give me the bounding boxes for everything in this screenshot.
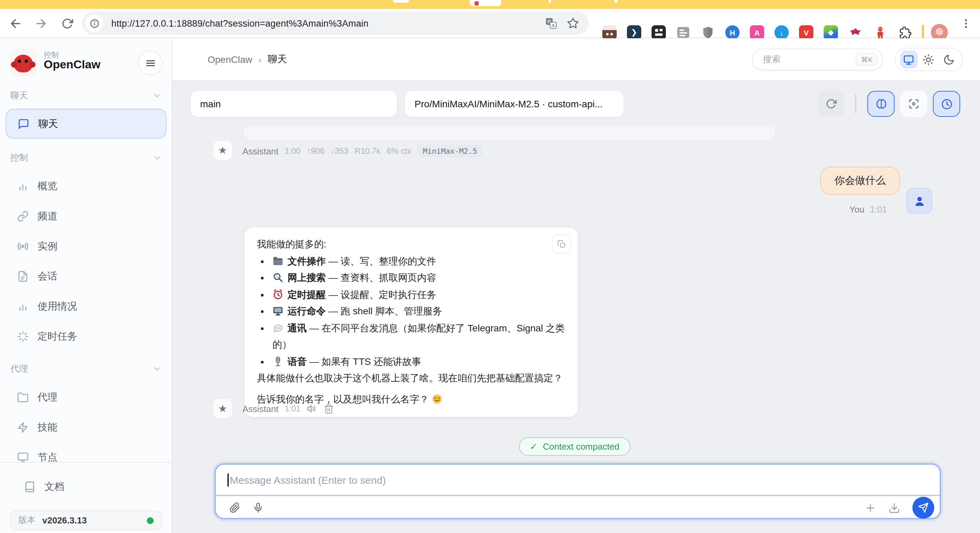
- model-select[interactable]: Pro/MiniMaxAI/MiniMax-M2.5 · custom-api.…: [405, 91, 624, 117]
- sidebar-section-0[interactable]: 聊天: [10, 89, 162, 102]
- sidebar-item-channels[interactable]: 频道: [5, 201, 167, 231]
- download-blue-extension-icon[interactable]: ↓: [775, 25, 789, 40]
- forward-icon[interactable]: [33, 15, 49, 32]
- tab-fragment: [393, 0, 409, 3]
- assistant-outro-1: 具体能做什么也取决于这个机器上装了啥。现在咱们先把基础配置搞定？: [257, 370, 565, 386]
- plus-icon[interactable]: [865, 502, 876, 514]
- sidebar-collapse-button[interactable]: [138, 51, 162, 75]
- book-icon: [24, 481, 35, 492]
- sidebar-item-sessions[interactable]: 会话: [5, 261, 167, 291]
- sidebar-section-1[interactable]: 控制: [10, 152, 162, 164]
- browser-menu-icon[interactable]: [958, 15, 974, 32]
- user-avatar: [906, 188, 932, 214]
- sidebar-item-skills[interactable]: 技能: [5, 412, 167, 442]
- diamond-extension-icon[interactable]: ◆: [824, 25, 838, 40]
- mask-extension-icon[interactable]: [602, 25, 617, 40]
- keyboard-extension-icon[interactable]: [652, 25, 666, 40]
- message-time: 1:00: [285, 146, 301, 156]
- address-bar[interactable]: http://127.0.0.1:18889/chat?session=agen…: [82, 12, 589, 35]
- chevron-down-icon: [152, 153, 162, 163]
- gray-shield-extension-icon[interactable]: [701, 25, 715, 40]
- url-text[interactable]: http://127.0.0.1:18889/chat?session=agen…: [111, 18, 545, 28]
- sidebar-item-overview[interactable]: 概览: [5, 171, 167, 201]
- site-info-icon[interactable]: [85, 14, 103, 32]
- clipped-previous-message: [244, 127, 775, 141]
- microphone-icon[interactable]: [253, 502, 264, 513]
- speech-emoji: [272, 322, 283, 333]
- trash-icon[interactable]: [324, 404, 334, 414]
- alarm-emoji: [272, 289, 283, 300]
- tokens-down: ↓353: [331, 146, 348, 156]
- navy-shield-extension-icon[interactable]: ❯: [627, 25, 641, 40]
- brain-icon[interactable]: [867, 91, 895, 117]
- assistant-author: Assistant: [242, 404, 278, 414]
- openclaw-logo: [10, 49, 37, 77]
- card-extension-icon[interactable]: [676, 25, 690, 40]
- browser-toolbar: http://127.0.0.1:18889/chat?session=agen…: [0, 9, 980, 38]
- version-value: v2026.3.13: [42, 515, 140, 525]
- broadcast-icon: [17, 240, 29, 252]
- attachment-icon[interactable]: [229, 502, 240, 513]
- model-select-value: Pro/MiniMaxAI/MiniMax-M2.5 · custom-api.…: [415, 98, 603, 109]
- sidebar-item-chat[interactable]: 聊天: [5, 109, 167, 139]
- sidebar-item-agents[interactable]: 代理: [5, 382, 167, 412]
- sidebar-item-docs[interactable]: 文档: [5, 471, 167, 501]
- sidebar-item-usage[interactable]: 使用情况: [5, 291, 167, 321]
- search-input[interactable]: 搜索 ⌘K: [752, 48, 883, 70]
- light-sun-icon[interactable]: [920, 51, 938, 68]
- page-header: OpenClaw › 聊天 搜索 ⌘K: [172, 38, 980, 81]
- bird-extension-icon[interactable]: [848, 25, 862, 40]
- red-figure-extension-icon[interactable]: [873, 25, 887, 40]
- zap-icon: [17, 421, 29, 433]
- sidebar-section-2[interactable]: 代理: [10, 363, 162, 375]
- download-icon[interactable]: [888, 502, 900, 514]
- check-icon: ✓: [530, 441, 538, 452]
- translate-icon[interactable]: GA: [545, 17, 557, 29]
- refresh-icon[interactable]: [818, 91, 845, 117]
- active-tab-fragment[interactable]: [470, 0, 501, 6]
- capability-item: 语音 — 如果有 TTS 还能讲故事: [271, 353, 565, 370]
- assistant-avatar: ★: [212, 140, 233, 161]
- copy-icon[interactable]: [552, 235, 571, 254]
- back-icon[interactable]: [7, 15, 23, 32]
- dark-moon-icon[interactable]: [940, 51, 958, 68]
- user-time: 1:01: [870, 204, 887, 215]
- user-author: You: [850, 204, 865, 215]
- sidebar: 控制 OpenClaw 聊天聊天控制概览频道实例会话使用情况定时任务代理代理技能…: [0, 38, 172, 533]
- user-message-text: 你会做什么: [835, 174, 886, 187]
- model-badge: MiniMax-M2.5: [417, 145, 482, 157]
- system-monitor-icon[interactable]: [900, 51, 918, 68]
- sidebar-item-nodes[interactable]: 节点: [5, 442, 167, 472]
- sidebar-item-instances[interactable]: 实例: [5, 231, 167, 261]
- h-circle-extension-icon[interactable]: H: [725, 25, 740, 40]
- monitor-emoji: [272, 305, 283, 316]
- assistant-intro: 我能做的挺多的:: [257, 236, 565, 252]
- session-name-value: main: [200, 98, 221, 109]
- theme-switcher: [895, 48, 963, 71]
- sidebar-item-cron[interactable]: 定时任务: [5, 321, 167, 351]
- file-icon: [17, 270, 29, 282]
- capability-item: 定时提醒 — 设提醒、定时执行任务: [271, 286, 565, 303]
- tab-fragment: [615, 0, 617, 3]
- bookmark-star-icon[interactable]: [567, 17, 579, 29]
- context-usage: 6% ctx: [387, 146, 411, 156]
- reload-icon[interactable]: [59, 15, 75, 32]
- speaker-icon[interactable]: [307, 403, 318, 414]
- search-emoji: [272, 272, 283, 283]
- extensions-puzzle-icon[interactable]: [897, 25, 912, 40]
- translate-pink-extension-icon[interactable]: A: [750, 25, 764, 40]
- session-name-input[interactable]: main: [191, 91, 397, 117]
- message-placeholder: Message Assistant (Enter to send): [230, 474, 386, 485]
- breadcrumb-root[interactable]: OpenClaw: [208, 54, 252, 65]
- history-clock-icon[interactable]: [933, 91, 960, 117]
- assistant-message-meta-2: Assistant 1:01: [242, 403, 334, 414]
- send-icon[interactable]: [912, 497, 934, 519]
- capability-item: 文件操作 — 读、写、整理你的文件: [271, 252, 565, 269]
- chevron-down-icon: [152, 364, 162, 374]
- breadcrumb: OpenClaw › 聊天: [208, 53, 287, 65]
- user-message-bubble: 你会做什么: [820, 167, 900, 195]
- v-red-extension-icon[interactable]: V: [799, 25, 813, 40]
- message-input[interactable]: Message Assistant (Enter to send): [216, 465, 940, 495]
- tokens-up: ↑906: [307, 146, 325, 156]
- focus-scan-icon[interactable]: [900, 91, 928, 117]
